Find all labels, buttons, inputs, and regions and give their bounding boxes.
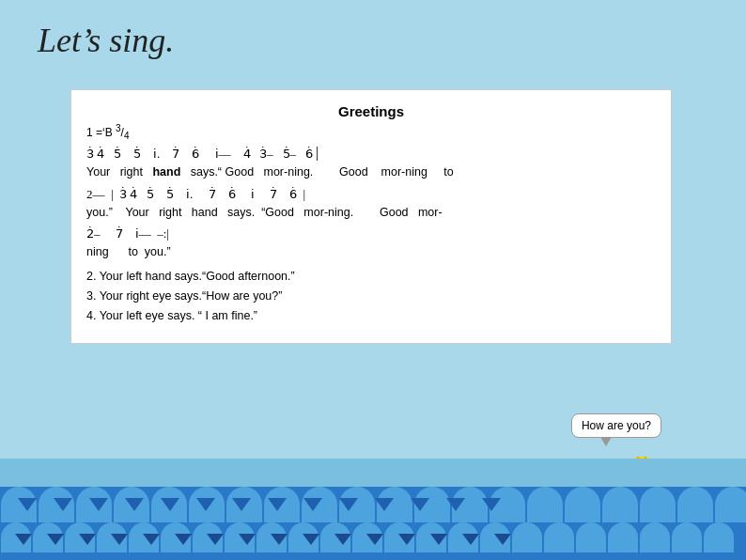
song-title: Greetings [86, 103, 656, 119]
lyrics-2: you.” Your right hand says. “Good mor-ni… [86, 205, 656, 222]
verse-4: 4. Your left eye says. “ I am fine.” [86, 306, 656, 326]
lyrics-1: Your right hand says.“ Good mor-ning. Go… [86, 164, 656, 181]
music-notation-1: 3̇ 4̇ 5̇ 5̇ i̇. 7̇ 6̇ i̇–– 4̇ 3̇– 5̇– 6̇ [86, 147, 656, 163]
page-title: Let’s sing. [38, 21, 174, 60]
tempo-marking: 1 =‘B 3/4 [86, 123, 656, 141]
lyrics-3: ning to you.” [86, 244, 656, 261]
wave-light-strip [0, 459, 746, 487]
verse-3: 3. Your right eye says.“How are you?” [86, 287, 656, 306]
wave-decoration [0, 487, 746, 560]
music-notation-3: 2̇– 7̇ i̇–– –:| [86, 226, 656, 242]
extra-verses: 2. Your left hand says.“Good afternoon.”… [86, 267, 656, 327]
verse-2: 2. Your left hand says.“Good afternoon.” [86, 267, 656, 287]
speech-bubble: How are you? [571, 413, 661, 438]
triangle-row-2 [8, 534, 519, 545]
song-card: Greetings 1 =‘B 3/4 3̇ 4̇ 5̇ 5̇ i̇. 7̇ 6… [70, 89, 672, 344]
music-notation-2: 2–– | 3̇ 4̇ 5̇ 5̇ i̇. 7̇ 6̇ i̇ 7̇ 6̇ | [86, 187, 656, 203]
triangle-row-1 [9, 498, 509, 511]
